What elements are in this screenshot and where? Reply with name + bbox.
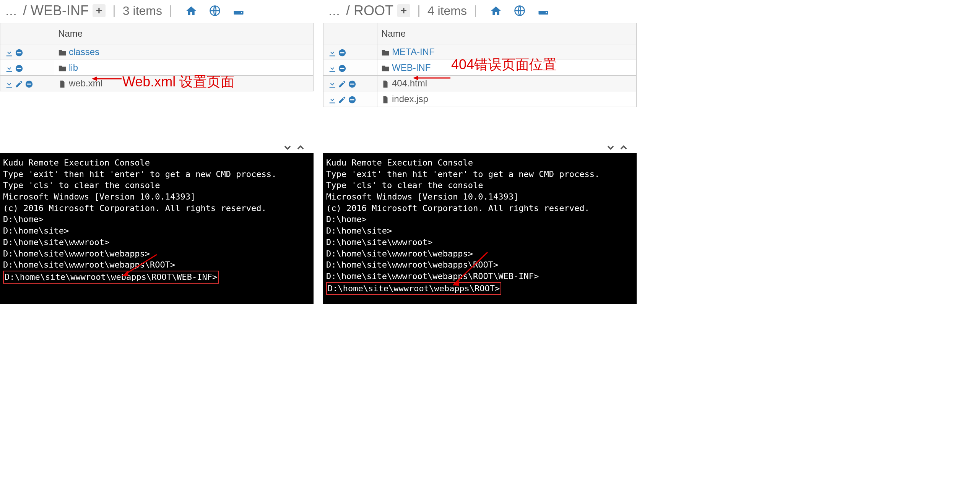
console-line: D:\home\site> bbox=[3, 225, 310, 237]
row-actions bbox=[323, 91, 377, 107]
download-icon[interactable] bbox=[328, 80, 336, 88]
item-count: 4 items bbox=[427, 4, 467, 18]
console-line: Type 'cls' to clear the console bbox=[3, 180, 310, 191]
folder-link[interactable]: WEB-INF bbox=[392, 62, 431, 73]
svg-rect-22 bbox=[350, 83, 354, 84]
file-icon bbox=[381, 96, 390, 104]
row-actions bbox=[0, 44, 54, 60]
folder-icon bbox=[58, 49, 67, 57]
download-icon[interactable] bbox=[328, 64, 336, 73]
delete-icon[interactable] bbox=[348, 96, 356, 104]
chevron-down-icon[interactable] bbox=[605, 142, 616, 153]
add-button[interactable]: + bbox=[397, 4, 410, 17]
col-actions bbox=[0, 23, 54, 44]
separator: | bbox=[467, 3, 484, 18]
delete-icon[interactable] bbox=[15, 49, 23, 57]
console-line: Kudu Remote Execution Console bbox=[326, 157, 634, 169]
edit-icon[interactable] bbox=[15, 80, 23, 88]
download-icon[interactable] bbox=[5, 64, 13, 73]
breadcrumb-current: WEB-INF bbox=[31, 3, 89, 19]
separator: | bbox=[106, 3, 123, 18]
download-icon[interactable] bbox=[5, 80, 13, 88]
console-line: Microsoft Windows [Version 10.0.14393] bbox=[3, 191, 310, 203]
delete-icon[interactable] bbox=[338, 64, 346, 73]
row-actions bbox=[0, 76, 54, 91]
console-line: Type 'exit' then hit 'enter' to get a ne… bbox=[326, 169, 634, 180]
delete-icon[interactable] bbox=[25, 80, 33, 88]
console-line: Type 'cls' to clear the console bbox=[326, 180, 634, 191]
chevron-down-icon[interactable] bbox=[282, 142, 293, 153]
svg-rect-20 bbox=[340, 68, 345, 69]
breadcrumb-ellipsis[interactable]: ... bbox=[326, 3, 342, 19]
folder-link[interactable]: lib bbox=[69, 62, 78, 73]
console-line: D:\home\site> bbox=[326, 225, 634, 237]
separator: | bbox=[410, 3, 427, 18]
console-line: D:\home\site\wwwroot> bbox=[326, 237, 634, 248]
delete-icon[interactable] bbox=[338, 49, 346, 57]
svg-rect-24 bbox=[350, 99, 354, 100]
annotation-text: 404错误页面位置 bbox=[451, 55, 557, 74]
annotation-arrow bbox=[92, 75, 122, 84]
annotation-text: Web.xml 设置页面 bbox=[122, 73, 234, 91]
svg-rect-5 bbox=[17, 52, 21, 53]
breadcrumb-sep: / bbox=[19, 3, 31, 19]
row-name[interactable]: index.jsp bbox=[377, 91, 637, 107]
file-icon bbox=[58, 80, 67, 88]
console-highlight: D:\home\site\wwwroot\webapps\ROOT\WEB-IN… bbox=[3, 271, 219, 284]
annotation-arrow bbox=[115, 255, 161, 283]
col-actions bbox=[323, 23, 377, 44]
breadcrumb-bar: ... / WEB-INF + | 3 items | bbox=[0, 0, 314, 21]
console-line: D:\home> bbox=[326, 214, 634, 225]
svg-marker-11 bbox=[122, 271, 128, 276]
delete-icon[interactable] bbox=[348, 80, 356, 88]
download-icon[interactable] bbox=[5, 49, 13, 57]
col-name[interactable]: Name bbox=[54, 23, 314, 44]
chevron-up-icon[interactable] bbox=[295, 142, 306, 153]
row-actions bbox=[323, 60, 377, 76]
folder-link[interactable]: META-INF bbox=[392, 47, 435, 57]
globe-icon[interactable] bbox=[514, 5, 525, 16]
edit-icon[interactable] bbox=[338, 96, 346, 104]
table-row: index.jsp bbox=[323, 91, 637, 107]
table-row: classes bbox=[0, 44, 314, 60]
svg-rect-9 bbox=[27, 83, 31, 84]
table-row: 404.html bbox=[323, 76, 637, 91]
item-count: 3 items bbox=[123, 4, 162, 18]
row-actions bbox=[0, 60, 54, 76]
file-link[interactable]: index.jsp bbox=[392, 94, 428, 104]
breadcrumb-bar: ... / ROOT + | 4 items | bbox=[323, 0, 637, 21]
col-name[interactable]: Name bbox=[377, 23, 637, 44]
console-chevrons[interactable] bbox=[282, 142, 306, 153]
breadcrumb-current: ROOT bbox=[354, 3, 393, 19]
console-line: Type 'exit' then hit 'enter' to get a ne… bbox=[3, 169, 310, 180]
chevron-up-icon[interactable] bbox=[618, 142, 629, 153]
svg-rect-2 bbox=[235, 7, 242, 10]
home-icon[interactable] bbox=[185, 5, 197, 16]
annotation-arrow bbox=[445, 252, 491, 292]
download-icon[interactable] bbox=[328, 96, 336, 104]
console-line: D:\home> bbox=[3, 214, 310, 225]
breadcrumb-ellipsis[interactable]: ... bbox=[3, 3, 19, 19]
svg-rect-18 bbox=[340, 52, 345, 53]
console-line: (c) 2016 Microsoft Corporation. All righ… bbox=[3, 203, 310, 214]
console-line: D:\home\site\wwwroot> bbox=[3, 237, 310, 248]
folder-icon bbox=[58, 64, 67, 73]
file-icon bbox=[381, 80, 390, 88]
console-line: Kudu Remote Execution Console bbox=[3, 157, 310, 169]
edit-icon[interactable] bbox=[338, 80, 346, 88]
add-button[interactable]: + bbox=[93, 4, 106, 17]
folder-icon bbox=[381, 49, 390, 57]
delete-icon[interactable] bbox=[15, 64, 23, 73]
svg-point-16 bbox=[546, 12, 547, 13]
disk-icon[interactable] bbox=[233, 5, 244, 16]
row-name[interactable]: classes bbox=[54, 44, 314, 60]
svg-point-3 bbox=[241, 12, 242, 13]
folder-link[interactable]: classes bbox=[69, 47, 99, 57]
row-actions bbox=[323, 76, 377, 91]
globe-icon[interactable] bbox=[209, 5, 221, 16]
disk-icon[interactable] bbox=[538, 5, 549, 16]
home-icon[interactable] bbox=[490, 5, 502, 16]
download-icon[interactable] bbox=[328, 49, 336, 57]
svg-marker-13 bbox=[92, 76, 97, 81]
console-chevrons[interactable] bbox=[605, 142, 629, 153]
